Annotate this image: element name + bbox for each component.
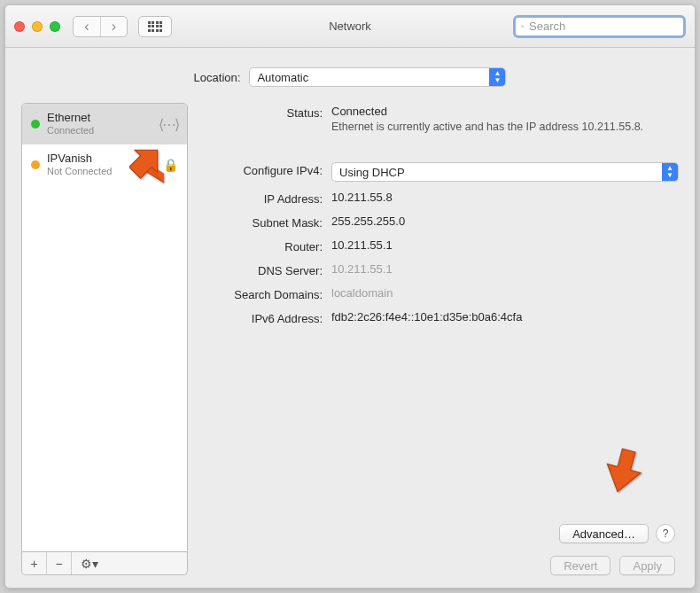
show-all-button[interactable] <box>138 16 172 37</box>
search-input[interactable] <box>529 20 678 33</box>
location-value: Automatic <box>257 71 308 84</box>
status-value-block: Connected Ethernet is currently active a… <box>331 105 679 134</box>
gear-icon: ⚙︎▾ <box>81 557 98 571</box>
detail-pane: Status: Connected Ethernet is currently … <box>200 103 679 575</box>
chevron-left-icon: ‹ <box>84 19 89 35</box>
lock-icon: 🔒 <box>163 158 178 172</box>
apply-button[interactable]: Apply <box>619 556 675 575</box>
search-domains-label: Search Domains: <box>200 286 323 301</box>
nav-segment: ‹ › <box>73 16 128 37</box>
back-button[interactable]: ‹ <box>74 17 100 36</box>
popup-stepper-icon <box>662 163 678 181</box>
status-dot-icon <box>31 120 40 129</box>
content-area: Location: Automatic Ethernet Connected ⟨… <box>5 48 695 588</box>
dns-row: DNS Server: 10.211.55.1 <box>200 262 679 277</box>
service-text: Ethernet Connected <box>47 111 94 137</box>
svg-point-0 <box>522 25 524 27</box>
chevron-right-icon: › <box>112 19 116 35</box>
minimize-icon[interactable] <box>32 21 43 32</box>
service-item-ipvanish[interactable]: IPVanish Not Connected 🔒 <box>22 144 187 185</box>
window-footer: Revert Apply <box>200 543 679 575</box>
remove-service-button[interactable]: − <box>47 552 72 574</box>
ethernet-icon: ⟨⋯⟩ <box>159 116 178 133</box>
grid-icon <box>148 21 163 32</box>
ipv6-value: fdb2:2c26:f4e4::10e1:d35e:b0a6:4cfa <box>331 310 679 324</box>
mask-row: Subnet Mask: 255.255.255.0 <box>200 215 679 230</box>
service-item-ethernet[interactable]: Ethernet Connected ⟨⋯⟩ <box>22 104 187 144</box>
ipv6-label: IPv6 Address: <box>200 310 323 325</box>
configure-row: Configure IPv4: Using DHCP <box>200 162 679 182</box>
service-list: Ethernet Connected ⟨⋯⟩ IPVanish Not Conn… <box>21 103 188 552</box>
mask-value: 255.255.255.0 <box>331 215 679 228</box>
search-domains-value: localdomain <box>331 286 679 300</box>
popup-stepper-icon <box>489 68 505 86</box>
service-status: Connected <box>47 124 94 137</box>
location-row: Location: Automatic <box>21 67 679 87</box>
advanced-label: Advanced… <box>572 527 635 541</box>
zoom-icon[interactable] <box>50 21 60 32</box>
search-field[interactable] <box>513 15 686 38</box>
ip-value: 10.211.55.8 <box>331 191 679 204</box>
network-prefs-window: ‹ › Network Location: Automatic <box>4 4 696 589</box>
ipv6-row: IPv6 Address: fdb2:2c26:f4e4::10e1:d35e:… <box>200 310 679 325</box>
window-title: Network <box>329 20 371 33</box>
apply-label: Apply <box>633 559 662 573</box>
service-name: IPVanish <box>47 152 112 165</box>
sidebar-footer: + − ⚙︎▾ <box>21 552 188 575</box>
add-service-button[interactable]: + <box>22 552 47 574</box>
router-row: Router: 10.211.55.1 <box>200 238 679 254</box>
configure-label: Configure IPv4: <box>200 162 323 177</box>
service-status: Not Connected <box>47 165 112 178</box>
search-domains-row: Search Domains: localdomain <box>200 286 679 301</box>
ip-label: IP Address: <box>200 191 323 206</box>
configure-value-wrap: Using DHCP <box>331 162 679 182</box>
traffic-lights <box>14 21 60 32</box>
ip-row: IP Address: 10.211.55.8 <box>200 191 679 206</box>
service-sidebar: Ethernet Connected ⟨⋯⟩ IPVanish Not Conn… <box>21 103 188 575</box>
mask-label: Subnet Mask: <box>200 215 323 230</box>
service-actions-button[interactable]: ⚙︎▾ <box>72 552 107 574</box>
router-label: Router: <box>200 238 323 254</box>
svg-line-1 <box>524 27 525 27</box>
advanced-button[interactable]: Advanced… <box>559 524 649 543</box>
search-icon <box>521 20 525 33</box>
configure-ipv4-popup[interactable]: Using DHCP <box>331 162 679 182</box>
plus-icon: + <box>30 557 37 571</box>
configure-value: Using DHCP <box>339 166 405 179</box>
dns-label: DNS Server: <box>200 262 323 277</box>
status-label: Status: <box>200 105 323 120</box>
main-row: Ethernet Connected ⟨⋯⟩ IPVanish Not Conn… <box>21 103 679 575</box>
status-description: Ethernet is currently active and has the… <box>331 120 679 134</box>
help-icon: ? <box>663 527 669 540</box>
forward-button[interactable]: › <box>100 17 127 36</box>
router-value: 10.211.55.1 <box>331 238 679 252</box>
help-button[interactable]: ? <box>656 524 675 543</box>
minus-icon: − <box>55 557 62 571</box>
location-popup[interactable]: Automatic <box>249 67 506 87</box>
revert-button[interactable]: Revert <box>550 556 611 575</box>
status-row: Status: Connected Ethernet is currently … <box>200 105 679 134</box>
location-label: Location: <box>194 71 241 84</box>
close-icon[interactable] <box>14 21 25 32</box>
service-name: Ethernet <box>47 111 94 124</box>
detail-footer: Advanced… ? <box>200 515 679 543</box>
dns-value: 10.211.55.1 <box>331 262 679 276</box>
status-value: Connected <box>331 105 679 118</box>
toolbar: ‹ › Network <box>5 5 695 48</box>
status-dot-icon <box>31 160 40 169</box>
revert-label: Revert <box>564 559 597 573</box>
service-text: IPVanish Not Connected <box>47 152 112 178</box>
detail-rows: Status: Connected Ethernet is currently … <box>200 103 679 325</box>
